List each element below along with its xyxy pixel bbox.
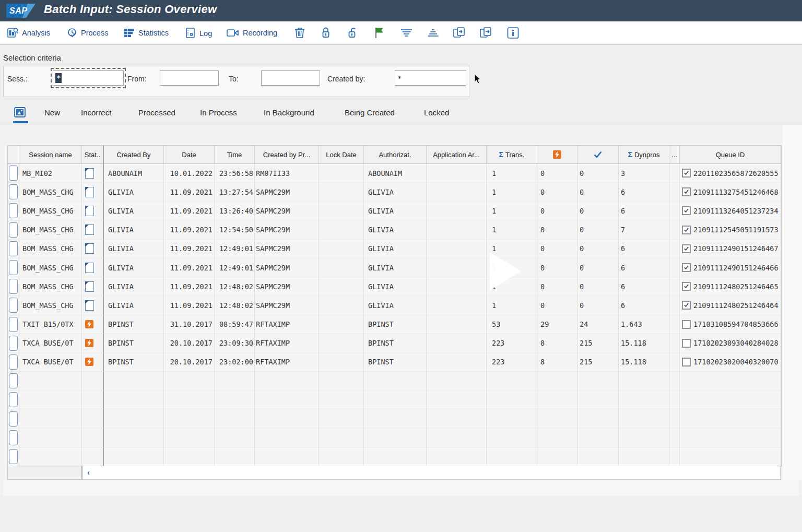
row-select-button[interactable] (9, 222, 18, 238)
row-selector-cell (8, 202, 19, 220)
status-cell (82, 202, 104, 220)
tab-incorrect[interactable]: Incorrect (81, 108, 111, 117)
done-value: 215 (580, 339, 592, 347)
recording-button[interactable]: Recording (227, 28, 277, 38)
tab-in-process[interactable]: In Process (200, 108, 237, 117)
tab-locked[interactable]: Locked (424, 108, 449, 117)
column-header[interactable] (577, 146, 619, 164)
column-header[interactable]: ΣDynpros (619, 146, 669, 164)
row-select-button[interactable] (9, 203, 18, 218)
column-header[interactable]: Date (164, 146, 215, 164)
column-header-label: Authorizat. (379, 151, 411, 159)
column-header[interactable]: Authorizat. (364, 146, 427, 164)
delete-session-button[interactable] (294, 27, 305, 39)
authorization-value: GLIVIA (368, 282, 394, 291)
column-header[interactable]: Created by Pr... (255, 146, 319, 164)
log-button[interactable]: Log (185, 28, 212, 39)
column-header[interactable]: Time (215, 146, 255, 164)
from-input[interactable] (160, 70, 219, 86)
checkbox-checked-icon[interactable] (682, 244, 691, 253)
row-select-button[interactable] (9, 392, 18, 407)
row-select-button[interactable] (9, 373, 18, 388)
scroll-left-icon[interactable]: ‹ (87, 468, 90, 477)
column-header[interactable]: Created By (104, 146, 164, 164)
table-cell: 7 (619, 221, 669, 240)
table-cell (319, 447, 364, 466)
statistics-button[interactable]: Statistics (124, 28, 169, 38)
tab-new[interactable]: New (44, 108, 60, 117)
status-cell (82, 221, 104, 240)
checkbox-unchecked-icon[interactable] (682, 358, 691, 367)
created_by-value: ABOUNAIM (108, 169, 142, 178)
authorization-value: GLIVIA (368, 244, 394, 253)
done-value: 0 (580, 188, 584, 196)
errors-value: 0 (540, 226, 545, 234)
tab-being-created[interactable]: Being Created (345, 108, 395, 117)
column-header[interactable]: ... (669, 146, 680, 164)
checkbox-checked-icon[interactable] (682, 301, 691, 310)
checkbox-checked-icon[interactable] (682, 187, 691, 196)
horizontal-scrollbar[interactable]: ‹ (7, 466, 781, 480)
checkbox-checked-icon[interactable] (682, 169, 691, 178)
column-header[interactable]: Application Ar... (427, 146, 487, 164)
new-session-status-icon (85, 224, 94, 235)
checkbox-unchecked-icon[interactable] (682, 339, 691, 348)
row-select-button[interactable] (9, 336, 18, 351)
row-select-button[interactable] (9, 411, 18, 427)
release-session-button[interactable] (374, 27, 384, 39)
tab-overview[interactable] (14, 106, 26, 121)
row-select-button[interactable] (9, 298, 18, 313)
row-select-button[interactable] (9, 184, 18, 199)
to-input[interactable] (261, 70, 320, 86)
table-cell: 0 (577, 240, 619, 258)
dynpros-value: 15.118 (621, 358, 646, 366)
tab-in-background[interactable]: In Background (264, 108, 314, 117)
table-cell: 215 (577, 334, 619, 353)
row-select-button[interactable] (9, 165, 18, 181)
row-select-button[interactable] (9, 260, 18, 275)
row-select-button[interactable] (9, 430, 18, 445)
column-header[interactable]: Stat.. (82, 146, 104, 164)
dynpros-value: 1.643 (621, 320, 642, 328)
lock-session-button[interactable] (321, 27, 331, 39)
column-header[interactable] (537, 146, 577, 164)
checkbox-checked-icon[interactable] (682, 206, 691, 215)
table-cell (164, 447, 215, 466)
table-cell (319, 240, 364, 258)
table-cell: 0 (537, 164, 577, 183)
checkbox-checked-icon[interactable] (682, 282, 691, 291)
sort-ascending-button[interactable] (427, 28, 440, 38)
checkbox-unchecked-icon[interactable] (682, 320, 691, 329)
checkbox-checked-icon[interactable] (682, 226, 691, 234)
info-button[interactable] (507, 27, 519, 39)
column-header[interactable]: ΣTrans. (487, 146, 537, 164)
unlock-session-button[interactable] (347, 27, 359, 39)
created-by-input[interactable]: * (395, 70, 466, 86)
session-input[interactable]: * (53, 70, 124, 86)
tab-processed[interactable]: Processed (138, 108, 175, 117)
table-cell: 8 (537, 334, 577, 353)
table-cell (364, 391, 427, 409)
table-cell: 29 (537, 315, 577, 334)
video-play-overlay-icon[interactable] (490, 252, 521, 292)
row-select-button[interactable] (9, 449, 18, 464)
copy-session-button[interactable] (453, 27, 466, 39)
export-session-button[interactable] (479, 27, 493, 39)
column-header[interactable]: Lock Date (319, 146, 364, 164)
row-select-button[interactable] (9, 241, 18, 256)
checkbox-checked-icon[interactable] (682, 263, 691, 272)
column-header[interactable]: Queue ID (680, 146, 781, 164)
table-cell (669, 429, 680, 447)
statistics-icon (124, 28, 135, 38)
created-by-field-label: Created by: (327, 75, 365, 83)
authorization-value: GLIVIA (368, 188, 394, 196)
sort-descending-button[interactable] (400, 28, 413, 38)
row-select-button[interactable] (9, 354, 18, 370)
analysis-button[interactable]: Analysis (7, 28, 50, 38)
column-header[interactable]: Session name (19, 146, 82, 164)
done-value: 215 (580, 358, 592, 366)
process-button[interactable]: Process (67, 28, 108, 38)
row-select-button[interactable] (9, 317, 18, 332)
row-select-button[interactable] (9, 279, 18, 294)
time-value: 12:48:02 (219, 301, 253, 310)
